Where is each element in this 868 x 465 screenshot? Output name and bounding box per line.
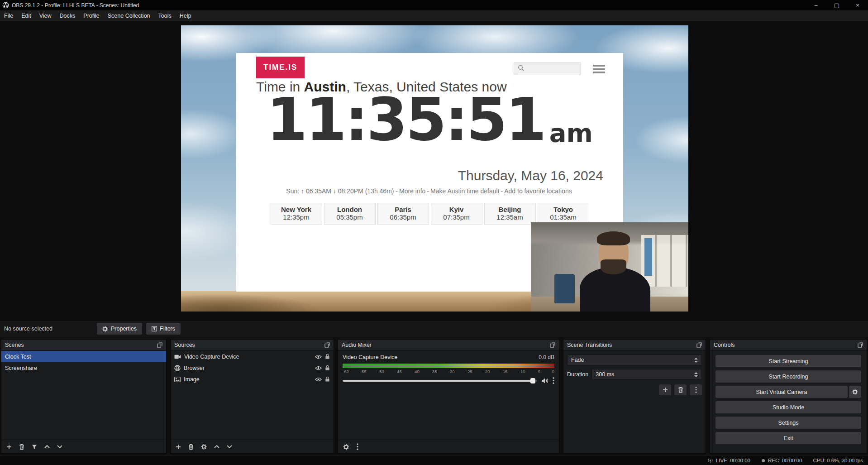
source-status-text: No source selected (4, 326, 52, 332)
menubar: File Edit View Docks Profile Scene Colle… (0, 10, 868, 21)
source-item-image[interactable]: Image (171, 374, 334, 385)
menu-view[interactable]: View (35, 10, 56, 21)
window-title: OBS 29.1.2 - Profile: LLHLS BETA - Scene… (12, 2, 806, 9)
close-button[interactable]: × (847, 0, 868, 10)
spinbox-arrows[interactable] (691, 372, 698, 377)
add-source-button[interactable] (176, 444, 181, 450)
properties-button[interactable]: Properties (97, 323, 142, 335)
mixer-channel-name: Video Capture Device (343, 354, 397, 360)
start-virtual-camera-button[interactable]: Start Virtual Camera (715, 386, 848, 398)
webcam-person-head (599, 234, 629, 273)
image-icon (174, 377, 181, 382)
minimize-button[interactable]: – (806, 0, 826, 10)
transitions-title: Scene Transitions (567, 342, 612, 348)
volume-slider-handle[interactable] (530, 378, 535, 384)
transitions-header[interactable]: Scene Transitions (563, 340, 706, 351)
scene-item-clock-test[interactable]: Clock Test (1, 351, 166, 362)
search-icon (518, 65, 524, 73)
docks-area: Scenes Clock Test Screenshare (0, 337, 868, 455)
popout-icon[interactable] (157, 342, 162, 348)
remove-scene-button[interactable] (19, 444, 24, 450)
timeis-date: Thursday, May 16, 2024 (458, 168, 603, 183)
scene-item-screenshare[interactable]: Screenshare (1, 362, 166, 374)
visibility-eye-icon[interactable] (315, 377, 322, 382)
preview-area[interactable]: TIME.IS Time in Austin, Texas, United St… (0, 21, 868, 320)
studio-mode-button[interactable]: Studio Mode (715, 401, 861, 413)
popout-icon[interactable] (550, 342, 555, 348)
source-properties-gear-button[interactable] (201, 444, 207, 450)
visibility-eye-icon[interactable] (315, 366, 322, 370)
scene-filters-button[interactable] (32, 444, 37, 450)
controls-header[interactable]: Controls (710, 340, 867, 351)
city-times-row: New York12:35pm London05:35pm Paris06:35… (236, 203, 623, 225)
remove-source-button[interactable] (188, 444, 194, 450)
webcam-chair (554, 274, 575, 303)
start-recording-button[interactable]: Start Recording (715, 370, 861, 383)
clock-ampm: am (549, 117, 593, 149)
scenes-panel: Scenes Clock Test Screenshare (1, 339, 167, 454)
sources-panel-header[interactable]: Sources (171, 340, 334, 351)
city-box: London05:35pm (324, 203, 376, 225)
obs-logo-icon (2, 2, 9, 9)
menu-scene-collection[interactable]: Scene Collection (104, 10, 154, 21)
controls-panel: Controls Start Streaming Start Recording… (710, 339, 867, 454)
move-source-up-button[interactable] (214, 445, 219, 448)
menu-edit[interactable]: Edit (17, 10, 35, 21)
sources-title: Sources (174, 342, 195, 348)
lock-icon[interactable] (325, 376, 330, 382)
menu-tools[interactable]: Tools (154, 10, 176, 21)
webcam-overlay[interactable] (531, 222, 688, 312)
audio-mixer-panel: Audio Mixer Video Capture Device 0.0 dB … (338, 339, 559, 454)
timeis-sun-info: Sun: ↑ 06:35AM ↓ 08:20PM (13h 46m) -More… (236, 187, 623, 195)
volume-meter (343, 366, 554, 368)
sources-panel: Sources Video Capture Device Browser (170, 339, 334, 454)
record-dot-icon (761, 459, 765, 463)
move-source-down-button[interactable] (227, 445, 232, 448)
virtual-camera-gear-button[interactable] (849, 386, 861, 398)
speaker-icon[interactable] (541, 378, 548, 384)
titlebar[interactable]: OBS 29.1.2 - Profile: LLHLS BETA - Scene… (0, 0, 868, 10)
visibility-eye-icon[interactable] (315, 355, 322, 359)
audio-mixer-header[interactable]: Audio Mixer (338, 340, 559, 351)
exit-button[interactable]: Exit (715, 432, 861, 444)
menu-file[interactable]: File (0, 10, 17, 21)
remove-transition-button[interactable] (674, 384, 687, 395)
lock-icon[interactable] (325, 354, 330, 360)
transition-options-dots-icon[interactable] (690, 384, 702, 395)
mixer-options-dots-icon[interactable] (357, 443, 358, 450)
source-item-browser[interactable]: Browser (171, 362, 334, 374)
menu-help[interactable]: Help (176, 10, 196, 21)
duration-spinbox[interactable]: 300 ms (591, 369, 702, 380)
advanced-audio-gear-button[interactable] (343, 444, 349, 450)
start-streaming-button[interactable]: Start Streaming (715, 355, 861, 367)
move-scene-down-button[interactable] (57, 445, 62, 448)
popout-icon[interactable] (858, 342, 863, 348)
rec-timer: REC: 00:00:00 (768, 458, 802, 463)
volume-slider[interactable] (343, 380, 537, 382)
clock-digits: 11:35:51 (267, 90, 545, 149)
meter-scale: -60-55-50-45-40-35-30-25-20-15-10-50 (343, 369, 554, 374)
menu-docks[interactable]: Docks (56, 10, 80, 21)
move-scene-up-button[interactable] (44, 445, 50, 448)
maximize-button[interactable]: ▢ (826, 0, 847, 10)
filters-button[interactable]: Filters (146, 323, 181, 335)
select-arrows[interactable] (691, 358, 698, 363)
city-box: Paris06:35pm (377, 203, 429, 225)
settings-button[interactable]: Settings (715, 417, 861, 429)
scenes-toolbar (1, 440, 166, 453)
live-timer: LIVE: 00:00:00 (716, 458, 750, 463)
scenes-panel-header[interactable]: Scenes (1, 340, 166, 351)
popout-icon[interactable] (696, 342, 702, 348)
source-item-video-capture[interactable]: Video Capture Device (171, 351, 334, 362)
add-scene-button[interactable] (6, 444, 12, 450)
channel-options-dots-icon[interactable] (553, 377, 554, 384)
program-canvas[interactable]: TIME.IS Time in Austin, Texas, United St… (181, 25, 688, 312)
popout-icon[interactable] (324, 342, 330, 348)
scene-transitions-panel: Scene Transitions Fade Duration 300 ms (563, 339, 706, 454)
sources-toolbar (171, 440, 334, 453)
transition-select[interactable]: Fade (567, 355, 702, 365)
menu-profile[interactable]: Profile (79, 10, 103, 21)
add-transition-button[interactable] (659, 384, 671, 395)
lock-icon[interactable] (325, 365, 330, 371)
webcam-banner (644, 238, 652, 276)
